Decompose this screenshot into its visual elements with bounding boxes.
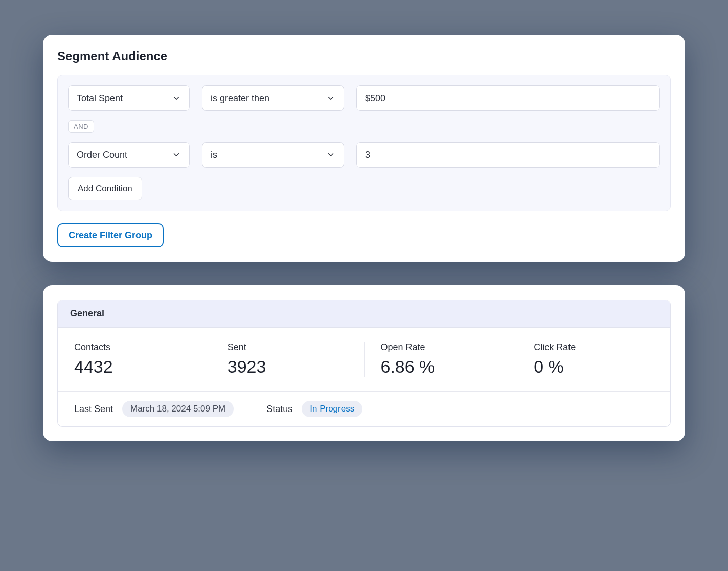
chevron-down-icon — [326, 94, 335, 103]
stat-contacts: Contacts 4432 — [58, 342, 211, 377]
stat-value: 3923 — [228, 357, 348, 377]
general-stats-card: General Contacts 4432 Sent 3923 Open Rat… — [43, 285, 685, 441]
stat-label: Contacts — [74, 342, 194, 353]
field-select-label: Order Count — [77, 150, 127, 161]
field-select[interactable]: Order Count — [68, 142, 190, 168]
value-input[interactable] — [356, 142, 660, 168]
stat-value: 6.86 % — [381, 357, 501, 377]
status-label: Status — [266, 404, 292, 415]
stats-row: Contacts 4432 Sent 3923 Open Rate 6.86 %… — [58, 328, 670, 391]
value-input[interactable] — [356, 85, 660, 111]
field-select[interactable]: Total Spent — [68, 85, 190, 111]
segment-title: Segment Audience — [57, 49, 671, 63]
stat-click-rate: Click Rate 0 % — [517, 342, 670, 377]
general-header: General — [58, 300, 670, 328]
condition-row: Total Spent is greater then — [68, 85, 660, 111]
chevron-down-icon — [326, 150, 335, 159]
general-panel: General Contacts 4432 Sent 3923 Open Rat… — [57, 300, 671, 427]
stat-open-rate: Open Rate 6.86 % — [365, 342, 518, 377]
stat-value: 0 % — [534, 357, 654, 377]
condition-row: Order Count is — [68, 142, 660, 168]
and-joiner-badge: AND — [68, 120, 94, 133]
stat-label: Click Rate — [534, 342, 654, 353]
stat-sent: Sent 3923 — [211, 342, 365, 377]
operator-select-label: is — [211, 150, 217, 161]
create-filter-group-button[interactable]: Create Filter Group — [57, 223, 164, 247]
add-condition-button[interactable]: Add Condition — [68, 177, 142, 200]
operator-select-label: is greater then — [211, 93, 269, 104]
chevron-down-icon — [172, 94, 181, 103]
stat-value: 4432 — [74, 357, 194, 377]
stat-label: Open Rate — [381, 342, 501, 353]
chevron-down-icon — [172, 150, 181, 159]
operator-select[interactable]: is greater then — [202, 85, 344, 111]
status-badge: In Progress — [302, 401, 362, 417]
last-sent-value: March 18, 2024 5:09 PM — [122, 401, 234, 417]
field-select-label: Total Spent — [77, 93, 123, 104]
last-sent-label: Last Sent — [74, 404, 113, 415]
segment-audience-card: Segment Audience Total Spent is greater … — [43, 35, 685, 262]
operator-select[interactable]: is — [202, 142, 344, 168]
filter-panel: Total Spent is greater then AND Order Co… — [57, 75, 671, 211]
general-footer: Last Sent March 18, 2024 5:09 PM Status … — [58, 391, 670, 426]
stat-label: Sent — [228, 342, 348, 353]
